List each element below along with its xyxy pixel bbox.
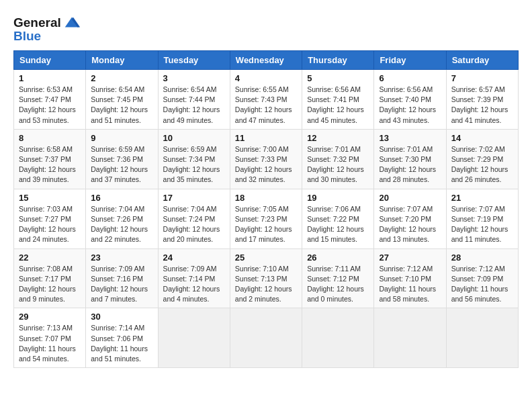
day-number: 9 — [91, 133, 152, 143]
calendar-cell: 11Sunrise: 7:00 AMSunset: 7:33 PMDayligh… — [230, 129, 302, 189]
cell-content: Sunrise: 7:12 AMSunset: 7:10 PMDaylight:… — [379, 264, 441, 305]
weekday-header-wednesday: Wednesday — [230, 50, 302, 69]
calendar-cell: 15Sunrise: 7:03 AMSunset: 7:27 PMDayligh… — [14, 189, 86, 248]
calendar-week-row: 15Sunrise: 7:03 AMSunset: 7:27 PMDayligh… — [14, 189, 519, 248]
calendar-cell: 1Sunrise: 6:53 AMSunset: 7:47 PMDaylight… — [14, 69, 86, 129]
cell-content: Sunrise: 6:56 AMSunset: 7:41 PMDaylight:… — [307, 85, 369, 126]
weekday-header-friday: Friday — [374, 50, 446, 69]
day-number: 13 — [379, 133, 441, 143]
day-number: 15 — [19, 193, 81, 203]
calendar-cell — [302, 308, 374, 368]
calendar-cell: 22Sunrise: 7:08 AMSunset: 7:17 PMDayligh… — [14, 248, 86, 308]
cell-content: Sunrise: 7:11 AMSunset: 7:12 PMDaylight:… — [307, 264, 369, 305]
day-number: 18 — [235, 193, 297, 203]
cell-content: Sunrise: 7:03 AMSunset: 7:27 PMDaylight:… — [19, 204, 81, 245]
day-number: 14 — [451, 133, 513, 143]
cell-content: Sunrise: 7:10 AMSunset: 7:13 PMDaylight:… — [235, 264, 297, 305]
cell-content: Sunrise: 7:07 AMSunset: 7:19 PMDaylight:… — [451, 204, 513, 245]
calendar-cell: 16Sunrise: 7:04 AMSunset: 7:26 PMDayligh… — [86, 189, 158, 248]
day-number: 24 — [163, 253, 225, 263]
calendar-body: 1Sunrise: 6:53 AMSunset: 7:47 PMDaylight… — [14, 69, 519, 367]
calendar-cell: 23Sunrise: 7:09 AMSunset: 7:16 PMDayligh… — [86, 248, 158, 308]
calendar-cell: 4Sunrise: 6:55 AMSunset: 7:43 PMDaylight… — [230, 69, 302, 129]
day-number: 27 — [379, 253, 441, 263]
cell-content: Sunrise: 6:58 AMSunset: 7:37 PMDaylight:… — [19, 144, 81, 185]
calendar-cell: 9Sunrise: 6:59 AMSunset: 7:36 PMDaylight… — [86, 129, 158, 189]
cell-content: Sunrise: 7:05 AMSunset: 7:23 PMDaylight:… — [235, 204, 297, 245]
calendar-cell: 25Sunrise: 7:10 AMSunset: 7:13 PMDayligh… — [230, 248, 302, 308]
calendar-cell — [158, 308, 230, 368]
day-number: 8 — [19, 133, 81, 143]
calendar-cell: 27Sunrise: 7:12 AMSunset: 7:10 PMDayligh… — [374, 248, 446, 308]
calendar-table: SundayMondayTuesdayWednesdayThursdayFrid… — [13, 50, 519, 368]
cell-content: Sunrise: 6:53 AMSunset: 7:47 PMDaylight:… — [19, 85, 81, 126]
calendar-cell — [230, 308, 302, 368]
calendar-cell: 3Sunrise: 6:54 AMSunset: 7:44 PMDaylight… — [158, 69, 230, 129]
weekday-header-tuesday: Tuesday — [158, 50, 230, 69]
cell-content: Sunrise: 7:02 AMSunset: 7:29 PMDaylight:… — [451, 144, 513, 185]
day-number: 4 — [235, 73, 297, 83]
day-number: 2 — [91, 73, 152, 83]
cell-content: Sunrise: 7:13 AMSunset: 7:07 PMDaylight:… — [19, 323, 81, 364]
cell-content: Sunrise: 7:08 AMSunset: 7:17 PMDaylight:… — [19, 264, 81, 305]
calendar-cell: 13Sunrise: 7:01 AMSunset: 7:30 PMDayligh… — [374, 129, 446, 189]
day-number: 16 — [91, 193, 152, 203]
cell-content: Sunrise: 6:57 AMSunset: 7:39 PMDaylight:… — [451, 85, 513, 126]
day-number: 28 — [451, 253, 513, 263]
logo-icon — [62, 13, 81, 32]
weekday-header-sunday: Sunday — [14, 50, 86, 69]
calendar-week-row: 22Sunrise: 7:08 AMSunset: 7:17 PMDayligh… — [14, 248, 519, 308]
calendar-cell: 28Sunrise: 7:12 AMSunset: 7:09 PMDayligh… — [446, 248, 518, 308]
cell-content: Sunrise: 6:59 AMSunset: 7:36 PMDaylight:… — [91, 144, 152, 185]
calendar-cell: 7Sunrise: 6:57 AMSunset: 7:39 PMDaylight… — [446, 69, 518, 129]
calendar-cell: 12Sunrise: 7:01 AMSunset: 7:32 PMDayligh… — [302, 129, 374, 189]
cell-content: Sunrise: 7:01 AMSunset: 7:32 PMDaylight:… — [307, 144, 369, 185]
calendar-week-row: 1Sunrise: 6:53 AMSunset: 7:47 PMDaylight… — [14, 69, 519, 129]
calendar-cell — [446, 308, 518, 368]
logo-general: General — [13, 16, 61, 30]
day-number: 6 — [379, 73, 441, 83]
cell-content: Sunrise: 7:04 AMSunset: 7:26 PMDaylight:… — [91, 204, 152, 245]
cell-content: Sunrise: 6:59 AMSunset: 7:34 PMDaylight:… — [163, 144, 225, 185]
day-number: 21 — [451, 193, 513, 203]
day-number: 25 — [235, 253, 297, 263]
day-number: 7 — [451, 73, 513, 83]
cell-content: Sunrise: 7:09 AMSunset: 7:16 PMDaylight:… — [91, 264, 152, 305]
calendar-cell: 8Sunrise: 6:58 AMSunset: 7:37 PMDaylight… — [14, 129, 86, 189]
calendar-cell: 21Sunrise: 7:07 AMSunset: 7:19 PMDayligh… — [446, 189, 518, 248]
calendar-cell: 2Sunrise: 6:54 AMSunset: 7:45 PMDaylight… — [86, 69, 158, 129]
day-number: 17 — [163, 193, 225, 203]
cell-content: Sunrise: 6:54 AMSunset: 7:44 PMDaylight:… — [163, 85, 225, 126]
calendar-cell: 10Sunrise: 6:59 AMSunset: 7:34 PMDayligh… — [158, 129, 230, 189]
cell-content: Sunrise: 7:01 AMSunset: 7:30 PMDaylight:… — [379, 144, 441, 185]
day-number: 5 — [307, 73, 369, 83]
day-number: 20 — [379, 193, 441, 203]
calendar-week-row: 29Sunrise: 7:13 AMSunset: 7:07 PMDayligh… — [14, 308, 519, 368]
calendar-cell: 14Sunrise: 7:02 AMSunset: 7:29 PMDayligh… — [446, 129, 518, 189]
calendar-cell: 17Sunrise: 7:04 AMSunset: 7:24 PMDayligh… — [158, 189, 230, 248]
cell-content: Sunrise: 7:07 AMSunset: 7:20 PMDaylight:… — [379, 204, 441, 245]
cell-content: Sunrise: 6:54 AMSunset: 7:45 PMDaylight:… — [91, 85, 152, 126]
calendar-cell: 29Sunrise: 7:13 AMSunset: 7:07 PMDayligh… — [14, 308, 86, 368]
day-number: 11 — [235, 133, 297, 143]
cell-content: Sunrise: 7:12 AMSunset: 7:09 PMDaylight:… — [451, 264, 513, 305]
calendar-cell: 5Sunrise: 6:56 AMSunset: 7:41 PMDaylight… — [302, 69, 374, 129]
calendar-header-row: SundayMondayTuesdayWednesdayThursdayFrid… — [14, 50, 519, 69]
logo: General Blue — [13, 13, 81, 44]
day-number: 12 — [307, 133, 369, 143]
cell-content: Sunrise: 7:06 AMSunset: 7:22 PMDaylight:… — [307, 204, 369, 245]
day-number: 19 — [307, 193, 369, 203]
weekday-header-monday: Monday — [86, 50, 158, 69]
calendar-cell: 6Sunrise: 6:56 AMSunset: 7:40 PMDaylight… — [374, 69, 446, 129]
cell-content: Sunrise: 7:04 AMSunset: 7:24 PMDaylight:… — [163, 204, 225, 245]
cell-content: Sunrise: 7:00 AMSunset: 7:33 PMDaylight:… — [235, 144, 297, 185]
calendar-cell: 20Sunrise: 7:07 AMSunset: 7:20 PMDayligh… — [374, 189, 446, 248]
cell-content: Sunrise: 6:55 AMSunset: 7:43 PMDaylight:… — [235, 85, 297, 126]
day-number: 3 — [163, 73, 225, 83]
calendar-cell: 19Sunrise: 7:06 AMSunset: 7:22 PMDayligh… — [302, 189, 374, 248]
calendar-cell: 26Sunrise: 7:11 AMSunset: 7:12 PMDayligh… — [302, 248, 374, 308]
weekday-header-saturday: Saturday — [446, 50, 518, 69]
cell-content: Sunrise: 6:56 AMSunset: 7:40 PMDaylight:… — [379, 85, 441, 126]
day-number: 10 — [163, 133, 225, 143]
calendar-week-row: 8Sunrise: 6:58 AMSunset: 7:37 PMDaylight… — [14, 129, 519, 189]
